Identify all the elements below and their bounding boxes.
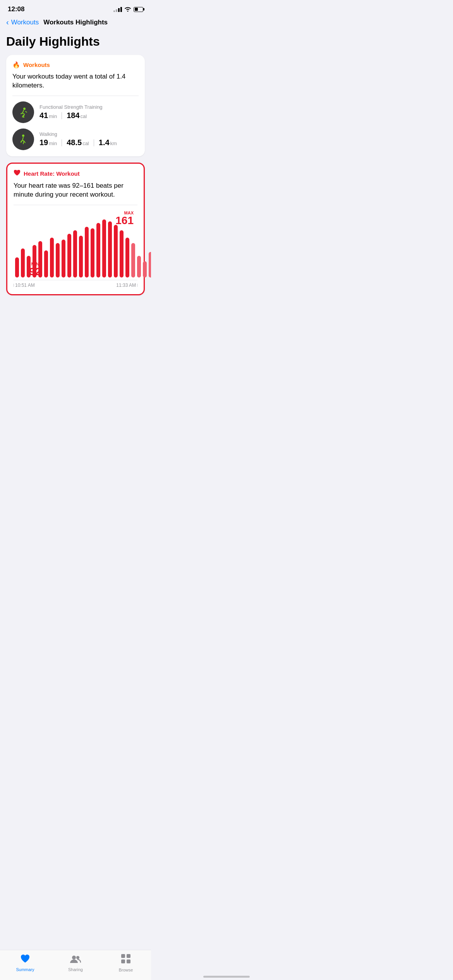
hr-bar: [125, 238, 129, 278]
hr-time-start: 10:51 AM: [14, 283, 35, 288]
back-label[interactable]: Workouts: [11, 19, 39, 26]
hr-min-value: 92: [29, 266, 41, 277]
hr-bar: [137, 256, 141, 278]
strength-icon: [17, 106, 29, 118]
hr-bar-group: [44, 212, 48, 278]
back-button[interactable]: ‹ Workouts: [6, 18, 39, 27]
hr-bar-group: [102, 212, 106, 278]
hr-bar-group: [120, 212, 124, 278]
strength-details: Functional Strength Training 41 min 184 …: [39, 104, 139, 120]
walking-cal-unit: cal: [82, 140, 89, 146]
wifi-icon: [124, 6, 131, 13]
heart-icon: [14, 170, 21, 178]
heart-rate-card: Heart Rate: Workout Your heart rate was …: [6, 163, 145, 295]
workouts-card-header: 🔥 Workouts: [12, 61, 139, 69]
strength-cal-value: 184: [67, 111, 79, 120]
hr-bar: [131, 243, 135, 278]
hr-bar-group: [96, 212, 100, 278]
hr-bar: [108, 221, 112, 278]
hr-bar-group: [149, 212, 151, 278]
hr-divider: [14, 205, 137, 205]
workouts-description: Your workouts today went a total of 1.4 …: [12, 72, 139, 90]
strength-min-value: 41: [39, 111, 48, 120]
divider: [12, 96, 139, 96]
hr-bar: [96, 223, 100, 278]
hr-bar: [143, 261, 147, 278]
hr-bar: [114, 225, 118, 278]
strength-min-unit: min: [49, 113, 57, 119]
nav-bar: ‹ Workouts Workouts Highlights: [0, 16, 151, 31]
hr-card-title: Heart Rate: Workout: [24, 170, 80, 177]
page-title: Daily Highlights: [6, 34, 145, 49]
hr-bar: [21, 248, 25, 278]
walking-km-unit: km: [110, 140, 117, 146]
hr-bar-group: [67, 212, 71, 278]
hr-bar-group: [85, 212, 89, 278]
walking-stats: 19 min 48.5 cal 1.4 km: [39, 138, 139, 147]
hr-bar: [85, 227, 89, 278]
hr-bar-group: [114, 212, 118, 278]
walking-details: Walking 19 min 48.5 cal 1.4 km: [39, 131, 139, 147]
hr-card-header: Heart Rate: Workout: [14, 170, 137, 178]
hr-bar-group: [143, 212, 147, 278]
hr-bar-group: [56, 212, 60, 278]
hr-bar-group: [91, 212, 94, 278]
hr-bar: [102, 219, 106, 278]
strength-type: Functional Strength Training: [39, 104, 139, 110]
hr-bar-group: [137, 212, 141, 278]
svg-point-1: [22, 134, 24, 137]
stat-separator: [62, 112, 62, 119]
main-content: Daily Highlights 🔥 Workouts Your workout…: [0, 31, 151, 340]
hr-bar: [149, 252, 151, 278]
status-bar: 12:08: [0, 0, 151, 16]
status-icons: [113, 6, 143, 13]
walking-icon-circle: [12, 128, 34, 150]
hr-bar: [44, 250, 48, 278]
signal-icon: [113, 7, 122, 12]
hr-bar-group: [131, 212, 135, 278]
hr-chart: MAX 161 MIN 92 10:51 AM 11:33 AM: [14, 211, 137, 288]
fire-icon: 🔥: [12, 61, 20, 69]
status-time: 12:08: [8, 5, 24, 13]
walking-cal-value: 48.5: [67, 138, 82, 147]
hr-bar-group: [79, 212, 83, 278]
workout-item-strength: Functional Strength Training 41 min 184 …: [12, 101, 139, 123]
hr-bar-group: [125, 212, 129, 278]
hr-bar-group: [108, 212, 112, 278]
stat-sep-2: [94, 139, 94, 146]
hr-bar: [91, 228, 94, 278]
hr-bar: [56, 243, 60, 278]
tick-start: [14, 284, 14, 287]
workouts-card: 🔥 Workouts Your workouts today went a to…: [6, 55, 145, 156]
battery-icon: [134, 7, 143, 12]
walking-min-unit: min: [49, 140, 57, 146]
hr-bar-group: [73, 212, 77, 278]
stat-sep-1: [62, 139, 62, 146]
walking-type: Walking: [39, 131, 139, 137]
walking-min-value: 19: [39, 138, 48, 147]
chevron-left-icon: ‹: [6, 18, 9, 27]
hr-time-row: 10:51 AM 11:33 AM: [14, 280, 137, 288]
hr-bar: [50, 238, 54, 278]
hr-bar: [120, 230, 124, 278]
hr-description: Your heart rate was 92–161 beats per min…: [14, 182, 137, 199]
hr-bar-group: [62, 212, 65, 278]
hr-bar: [79, 236, 83, 278]
nav-title: Workouts Highlights: [43, 19, 108, 26]
hr-time-end: 11:33 AM: [116, 283, 137, 288]
workouts-card-title: Workouts: [23, 62, 50, 68]
strength-icon-circle: [12, 101, 34, 123]
walking-icon: [17, 134, 29, 145]
hr-bar: [62, 240, 65, 278]
hr-bar-group: [21, 212, 25, 278]
svg-point-0: [23, 108, 26, 110]
hr-bar: [73, 230, 77, 278]
walking-km-value: 1.4: [99, 138, 110, 147]
strength-cal-unit: cal: [81, 113, 87, 119]
hr-bar-group: [50, 212, 54, 278]
hr-bar: [67, 234, 71, 278]
workout-item-walking: Walking 19 min 48.5 cal 1.4 km: [12, 128, 139, 150]
hr-bar: [15, 257, 19, 278]
hr-bar-group: [15, 212, 19, 278]
hr-min-label: MIN 92: [29, 262, 41, 277]
